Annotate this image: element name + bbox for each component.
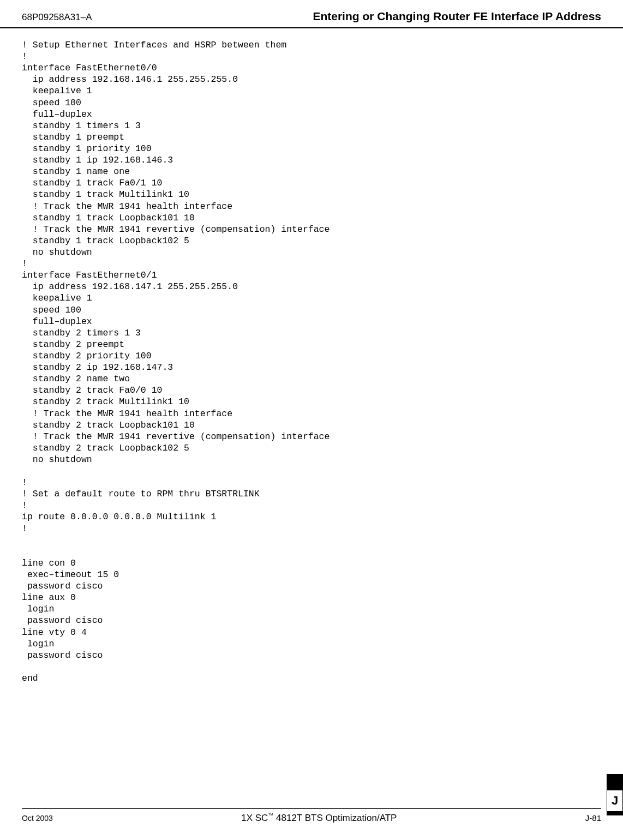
document-number: 68P09258A31–A <box>22 12 92 23</box>
footer-title: 1X SC™ 4812T BTS Optimization/ATP <box>241 812 397 824</box>
page-title: Entering or Changing Router FE Interface… <box>313 10 601 23</box>
configuration-code: ! Setup Ethernet Interfaces and HSRP bet… <box>0 28 623 684</box>
trademark-symbol: ™ <box>268 812 273 818</box>
footer-center-suffix: 4812T BTS Optimization/ATP <box>273 813 397 823</box>
page-number: J-81 <box>585 813 601 823</box>
page-footer: Oct 2003 1X SC™ 4812T BTS Optimization/A… <box>0 808 623 824</box>
footer-divider <box>22 808 601 809</box>
side-tab-letter: J <box>607 790 623 811</box>
page-header: 68P09258A31–A Entering or Changing Route… <box>0 0 623 28</box>
side-tab-marker-top <box>607 774 623 790</box>
footer-date: Oct 2003 <box>22 814 53 823</box>
footer-content: Oct 2003 1X SC™ 4812T BTS Optimization/A… <box>22 812 601 824</box>
footer-center-prefix: 1X SC <box>241 813 268 823</box>
